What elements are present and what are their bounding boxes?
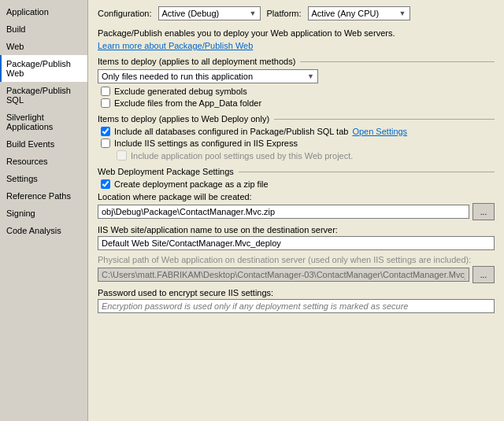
platform-dropdown[interactable]: Active (Any CPU) ▼ [308, 6, 410, 20]
open-settings-link[interactable]: Open Settings [352, 127, 407, 136]
section-divider-all [300, 61, 495, 62]
config-row: Configuration: Active (Debug) ▼ Platform… [98, 6, 495, 20]
include-iis-label: Include IIS settings as configured in II… [114, 138, 298, 148]
include-databases-row: Include all databases configured in Pack… [98, 127, 495, 136]
include-apppool-checkbox[interactable] [117, 150, 127, 161]
create-zip-row: Create deployment package as a zip file [98, 179, 495, 189]
sidebar-item-reference-paths[interactable]: Reference Paths [0, 187, 87, 205]
include-databases-checkbox[interactable] [101, 127, 110, 136]
sidebar-item-build[interactable]: Build [0, 20, 87, 38]
include-apppool-row: Include application pool settings used b… [98, 150, 495, 161]
physical-label: Physical path of Web application on dest… [98, 255, 495, 264]
location-input[interactable] [98, 205, 469, 219]
section-title-row-all: Items to deploy (applies to all deployme… [98, 57, 495, 66]
sidebar-item-package-publish-sql[interactable]: Package/Publish SQL [0, 82, 87, 109]
password-label: Password used to encrypt secure IIS sett… [98, 288, 495, 297]
create-zip-checkbox[interactable] [101, 179, 110, 189]
iis-input[interactable] [98, 236, 495, 250]
exclude-debug-row: Exclude generated debug symbols [98, 87, 495, 96]
platform-arrow-icon: ▼ [399, 9, 406, 17]
physical-input-row: ... [98, 266, 495, 283]
deploy-files-value: Only files needed to run this applicatio… [102, 72, 253, 81]
items-deploy-web-section: Items to deploy (applies to Web Deploy o… [98, 114, 495, 161]
include-iis-checkbox[interactable] [101, 138, 110, 148]
section-title-row-deploy: Web Deployment Package Settings [98, 167, 495, 176]
location-label: Location where package will be created: [98, 192, 495, 201]
sidebar-item-code-analysis[interactable]: Code Analysis [0, 222, 87, 239]
deploy-files-dropdown[interactable]: Only files needed to run this applicatio… [98, 69, 318, 83]
sidebar: Application Build Web Package/Publish We… [0, 0, 88, 421]
configuration-value: Active (Debug) [162, 9, 220, 18]
learn-more-link[interactable]: Learn more about Package/Publish Web [98, 41, 253, 50]
physical-browse-button[interactable]: ... [472, 266, 495, 283]
physical-input[interactable] [98, 268, 469, 282]
deploy-files-arrow-icon: ▼ [307, 72, 314, 80]
section-title-deploy: Web Deployment Package Settings [98, 167, 234, 176]
create-zip-label: Create deployment package as a zip file [114, 179, 269, 189]
sidebar-item-build-events[interactable]: Build Events [0, 135, 87, 153]
include-iis-row: Include IIS settings as configured in II… [98, 138, 495, 148]
exclude-debug-label: Exclude generated debug symbols [114, 87, 247, 96]
sidebar-item-resources[interactable]: Resources [0, 153, 87, 170]
content-area: Configuration: Active (Debug) ▼ Platform… [88, 0, 504, 421]
configuration-label: Configuration: [98, 9, 152, 18]
sidebar-item-silverlight[interactable]: Silverlight Applications [0, 109, 87, 135]
location-input-row: ... [98, 203, 495, 220]
section-divider-web [274, 119, 495, 120]
sidebar-item-package-publish-web[interactable]: Package/Publish Web [0, 55, 87, 82]
exclude-appdata-label: Exclude files from the App_Data folder [114, 98, 261, 108]
iis-label: IIS Web site/application name to use on … [98, 225, 495, 235]
sidebar-item-settings[interactable]: Settings [0, 170, 87, 187]
location-browse-button[interactable]: ... [472, 203, 495, 220]
include-apppool-label: Include application pool settings used b… [131, 151, 353, 161]
platform-label: Platform: [267, 9, 302, 18]
items-deploy-all-section: Items to deploy (applies to all deployme… [98, 57, 495, 108]
password-input[interactable] [98, 299, 495, 313]
include-databases-label: Include all databases configured in Pack… [114, 127, 348, 136]
web-deployment-section: Web Deployment Package Settings Create d… [98, 167, 495, 313]
section-title-row-web: Items to deploy (applies to Web Deploy o… [98, 114, 495, 124]
info-description: Package/Publish enables you to deploy yo… [98, 28, 495, 38]
configuration-arrow-icon: ▼ [250, 9, 257, 17]
exclude-appdata-row: Exclude files from the App_Data folder [98, 98, 495, 108]
sidebar-item-web[interactable]: Web [0, 38, 87, 55]
section-title-web: Items to deploy (applies to Web Deploy o… [98, 114, 269, 124]
exclude-appdata-checkbox[interactable] [101, 98, 110, 108]
section-divider-deploy [239, 172, 495, 172]
exclude-debug-checkbox[interactable] [101, 87, 110, 96]
configuration-dropdown[interactable]: Active (Debug) ▼ [158, 6, 261, 20]
sidebar-item-signing[interactable]: Signing [0, 205, 87, 222]
sidebar-item-application[interactable]: Application [0, 3, 87, 20]
section-title-all: Items to deploy (applies to all deployme… [98, 57, 295, 66]
platform-value: Active (Any CPU) [312, 9, 380, 18]
